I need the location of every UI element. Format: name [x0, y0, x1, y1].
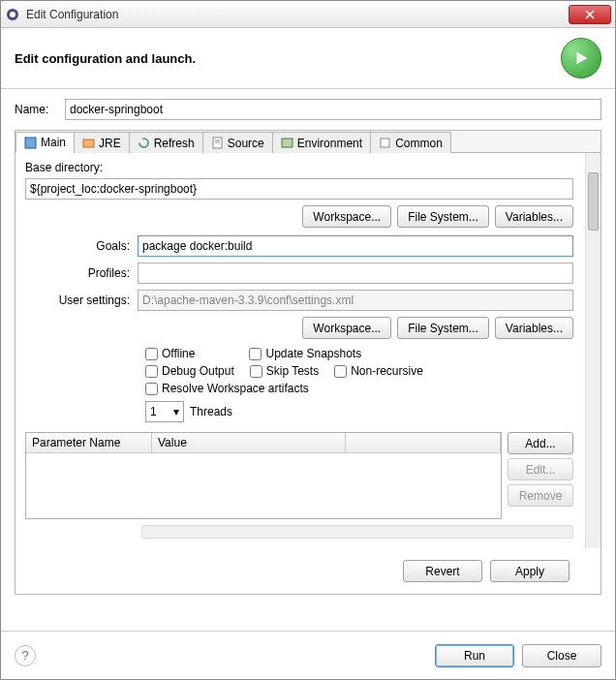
usersettings-workspace-button[interactable]: Workspace...	[302, 317, 391, 339]
close-button[interactable]: Close	[522, 644, 601, 667]
svg-point-1	[10, 12, 15, 17]
tab-common[interactable]: Common	[370, 132, 451, 153]
resolve-workspace-checkbox[interactable]: Resolve Workspace artifacts	[145, 382, 309, 395]
environment-tab-icon	[281, 137, 293, 149]
base-directory-input[interactable]	[25, 178, 573, 200]
tab-label: Source	[228, 137, 264, 150]
chevron-down-icon: ▾	[173, 405, 179, 418]
source-tab-icon	[211, 137, 224, 149]
svg-rect-3	[83, 139, 94, 147]
help-icon[interactable]: ?	[15, 645, 36, 666]
tab-label: Common	[395, 137, 443, 150]
tab-environment[interactable]: Environment	[272, 132, 371, 153]
basedir-variables-button[interactable]: Variables...	[495, 205, 573, 228]
tab-bar: Main JRE Refresh Source Environment	[15, 131, 601, 153]
tab-container: Main JRE Refresh Source Environment	[15, 130, 601, 595]
user-settings-label: User settings:	[25, 294, 138, 307]
tab-label: JRE	[99, 137, 121, 150]
edit-configuration-dialog: Edit Configuration Edit configuration an…	[0, 0, 616, 680]
tab-label: Refresh	[154, 137, 195, 150]
name-input[interactable]	[65, 99, 601, 120]
update-snapshots-checkbox[interactable]: Update Snapshots	[249, 347, 361, 360]
parameters-table[interactable]: Parameter Name Value	[25, 432, 502, 519]
tab-main-panel: Base directory: Workspace... File System…	[15, 153, 601, 548]
tab-label: Main	[41, 136, 66, 149]
run-icon	[561, 38, 601, 78]
close-icon[interactable]	[569, 5, 611, 24]
common-tab-icon	[379, 137, 391, 149]
tab-source[interactable]: Source	[202, 132, 273, 153]
tab-jre[interactable]: JRE	[74, 132, 130, 153]
threads-spinner[interactable]: 1 ▾	[145, 401, 184, 422]
non-recursive-checkbox[interactable]: Non-recursive	[334, 364, 423, 378]
window-title: Edit Configuration	[26, 8, 569, 21]
profiles-label: Profiles:	[25, 266, 138, 280]
main-tab-icon	[24, 137, 37, 149]
jre-tab-icon	[82, 137, 95, 149]
basedir-filesystem-button[interactable]: File System...	[397, 205, 489, 228]
tab-main[interactable]: Main	[15, 132, 75, 153]
profiles-input[interactable]	[138, 263, 573, 284]
vertical-scrollbar[interactable]	[585, 153, 601, 548]
name-label: Name:	[15, 103, 57, 116]
eclipse-icon	[5, 7, 20, 22]
threads-label: Threads	[190, 405, 232, 418]
basedir-workspace-button[interactable]: Workspace...	[302, 205, 391, 228]
refresh-tab-icon	[138, 137, 150, 149]
horizontal-scrollbar[interactable]	[141, 525, 573, 539]
skip-tests-checkbox[interactable]: Skip Tests	[250, 364, 319, 378]
param-col-name: Parameter Name	[26, 433, 152, 452]
tab-refresh[interactable]: Refresh	[129, 132, 203, 153]
tab-label: Environment	[297, 137, 362, 150]
base-directory-label: Base directory:	[25, 161, 591, 174]
content-area: Name: Main JRE Refresh Sourc	[1, 89, 615, 604]
user-settings-input[interactable]	[138, 290, 573, 311]
dialog-footer: ? Run Close	[1, 631, 615, 679]
svg-rect-2	[25, 138, 36, 148]
titlebar: Edit Configuration	[1, 1, 615, 28]
param-col-value: Value	[152, 433, 346, 452]
svg-rect-8	[381, 139, 389, 147]
header-title: Edit configuration and launch.	[15, 51, 196, 66]
usersettings-filesystem-button[interactable]: File System...	[397, 317, 489, 339]
revert-button[interactable]: Revert	[403, 560, 482, 582]
apply-button[interactable]: Apply	[490, 560, 570, 582]
usersettings-variables-button[interactable]: Variables...	[495, 317, 573, 339]
param-add-button[interactable]: Add...	[508, 432, 573, 454]
debug-output-checkbox[interactable]: Debug Output	[145, 364, 234, 378]
param-edit-button[interactable]: Edit...	[508, 458, 573, 480]
svg-rect-7	[282, 139, 293, 147]
dialog-header: Edit configuration and launch.	[1, 28, 615, 89]
goals-label: Goals:	[25, 239, 138, 253]
param-remove-button[interactable]: Remove	[508, 484, 573, 507]
run-button[interactable]: Run	[435, 644, 514, 667]
goals-input[interactable]	[138, 235, 573, 257]
offline-checkbox[interactable]: Offline	[145, 347, 195, 360]
